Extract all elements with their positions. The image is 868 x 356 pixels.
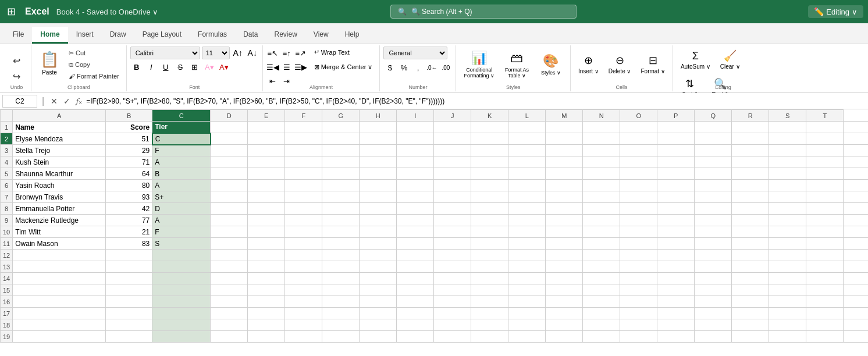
table-cell[interactable] — [360, 215, 397, 226]
table-cell[interactable] — [546, 250, 583, 261]
tab-home[interactable]: Home — [32, 27, 67, 44]
table-cell[interactable] — [106, 296, 152, 308]
table-cell[interactable] — [546, 226, 583, 238]
table-cell[interactable]: Mackenzie Rutledge — [13, 215, 106, 226]
table-cell[interactable] — [285, 145, 322, 156]
table-cell[interactable] — [806, 203, 844, 215]
table-cell[interactable]: Owain Mason — [13, 238, 106, 250]
row-header-17[interactable]: 17 — [1, 308, 13, 319]
table-cell[interactable] — [657, 296, 695, 308]
table-cell[interactable] — [106, 261, 152, 273]
table-cell[interactable] — [285, 203, 322, 215]
font-color-button[interactable]: A▾ — [218, 60, 230, 73]
table-cell[interactable] — [546, 191, 583, 203]
table-cell[interactable] — [806, 296, 844, 308]
table-cell[interactable] — [434, 145, 471, 156]
table-cell[interactable] — [546, 133, 583, 145]
table-cell[interactable] — [844, 273, 868, 284]
table-cell[interactable] — [769, 308, 806, 319]
col-header-i[interactable]: I — [397, 110, 434, 122]
table-cell[interactable] — [695, 203, 732, 215]
table-cell[interactable] — [732, 145, 769, 156]
table-cell[interactable] — [322, 250, 360, 261]
table-cell[interactable] — [211, 273, 248, 284]
table-cell[interactable] — [434, 226, 471, 238]
table-cell[interactable] — [844, 250, 868, 261]
table-cell[interactable] — [657, 215, 695, 226]
align-left-button[interactable]: ☰◀ — [266, 60, 279, 73]
table-cell[interactable] — [546, 156, 583, 168]
table-cell[interactable] — [360, 122, 397, 133]
table-cell[interactable] — [769, 296, 806, 308]
table-cell[interactable] — [248, 331, 285, 343]
table-cell[interactable] — [546, 203, 583, 215]
table-cell[interactable] — [508, 308, 546, 319]
table-cell[interactable] — [695, 238, 732, 250]
table-cell[interactable] — [152, 261, 211, 273]
table-cell[interactable] — [806, 226, 844, 238]
italic-button[interactable]: I — [145, 60, 158, 73]
table-cell[interactable] — [769, 168, 806, 180]
table-cell[interactable]: 80 — [106, 180, 152, 191]
table-cell[interactable] — [434, 203, 471, 215]
table-cell[interactable] — [844, 191, 868, 203]
copy-button[interactable]: ⧉ Copy — [65, 59, 123, 70]
align-center-button[interactable]: ☰ — [280, 60, 293, 73]
table-cell[interactable] — [583, 145, 620, 156]
row-header-10[interactable]: 10 — [1, 226, 13, 238]
align-top-center-button[interactable]: ≡↑ — [280, 47, 293, 59]
table-cell[interactable] — [285, 215, 322, 226]
table-cell[interactable] — [844, 145, 868, 156]
table-cell[interactable] — [471, 156, 508, 168]
table-cell[interactable] — [285, 168, 322, 180]
table-cell[interactable] — [248, 238, 285, 250]
table-cell[interactable] — [106, 273, 152, 284]
table-cell[interactable]: Elyse Mendoza — [13, 133, 106, 145]
table-cell[interactable] — [620, 261, 657, 273]
table-cell[interactable] — [360, 319, 397, 331]
cancel-formula-icon[interactable]: ✕ — [49, 96, 59, 106]
table-cell[interactable] — [546, 145, 583, 156]
table-cell[interactable] — [471, 168, 508, 180]
table-cell[interactable] — [397, 226, 434, 238]
table-cell[interactable] — [285, 180, 322, 191]
table-cell[interactable] — [583, 215, 620, 226]
table-cell[interactable] — [806, 250, 844, 261]
table-cell[interactable] — [508, 180, 546, 191]
tab-formulas[interactable]: Formulas — [190, 27, 235, 44]
table-cell[interactable] — [13, 261, 106, 273]
table-cell[interactable] — [248, 203, 285, 215]
table-cell[interactable] — [695, 226, 732, 238]
table-cell[interactable] — [285, 273, 322, 284]
table-cell[interactable] — [583, 191, 620, 203]
table-cell[interactable] — [695, 156, 732, 168]
filename[interactable]: Book 4 - Saved to OneDrive ∨ — [56, 8, 158, 16]
table-cell[interactable] — [508, 145, 546, 156]
table-cell[interactable] — [397, 168, 434, 180]
table-cell[interactable] — [360, 156, 397, 168]
table-cell[interactable] — [248, 308, 285, 319]
table-cell[interactable] — [620, 308, 657, 319]
table-cell[interactable]: 93 — [106, 191, 152, 203]
table-cell[interactable] — [397, 133, 434, 145]
table-cell[interactable] — [397, 261, 434, 273]
col-header-k[interactable]: K — [471, 110, 508, 122]
delete-button[interactable]: ⊖ Delete ∨ — [604, 51, 635, 77]
table-cell[interactable]: Score — [106, 122, 152, 133]
table-cell[interactable]: C — [152, 133, 211, 145]
fill-color-button[interactable]: A▾ — [203, 60, 216, 73]
table-cell[interactable] — [397, 180, 434, 191]
format-painter-button[interactable]: 🖌 Format Painter — [65, 71, 123, 81]
table-cell[interactable]: A — [152, 215, 211, 226]
table-cell[interactable] — [806, 284, 844, 296]
table-cell[interactable] — [806, 180, 844, 191]
font-shrink-button[interactable]: A↓ — [246, 47, 259, 59]
spreadsheet-container[interactable]: A B C D E F G H I J K L M N O P Q R S T — [0, 109, 868, 356]
table-cell[interactable] — [508, 203, 546, 215]
table-cell[interactable]: B — [152, 168, 211, 180]
table-cell[interactable] — [546, 296, 583, 308]
table-cell[interactable] — [546, 261, 583, 273]
table-cell[interactable] — [732, 331, 769, 343]
table-cell[interactable] — [806, 156, 844, 168]
table-cell[interactable] — [806, 133, 844, 145]
